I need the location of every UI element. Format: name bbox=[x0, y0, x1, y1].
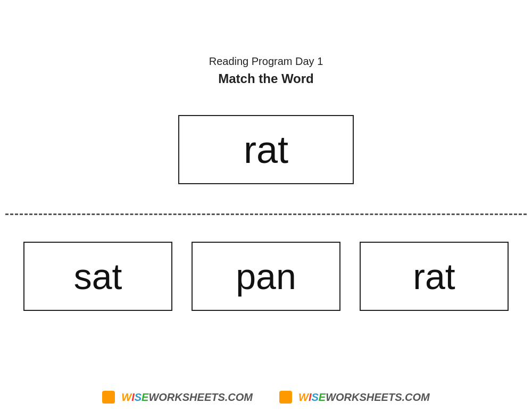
dashed-divider bbox=[5, 213, 527, 215]
choice-box-3[interactable]: rat bbox=[360, 242, 509, 311]
footer-domain-right: WISEWORKSHEETS.COM bbox=[298, 391, 430, 404]
main-word: rat bbox=[244, 128, 288, 171]
choice-box-1[interactable]: sat bbox=[23, 242, 172, 311]
title: Match the Word bbox=[209, 69, 323, 88]
page: Reading Program Day 1 Match the Word rat… bbox=[0, 0, 532, 411]
choice-word-2: pan bbox=[236, 256, 296, 297]
choice-word-3: rat bbox=[413, 256, 455, 297]
choices-row: sat pan rat bbox=[23, 242, 509, 311]
choice-box-2[interactable]: pan bbox=[192, 242, 340, 311]
footer: WISEWORKSHEETS.COM WISEWORKSHEETS.COM bbox=[0, 383, 532, 411]
footer-logo-left bbox=[102, 391, 116, 404]
subtitle: Reading Program Day 1 bbox=[209, 53, 323, 69]
main-word-box: rat bbox=[178, 115, 354, 184]
footer-domain-left: WISEWORKSHEETS.COM bbox=[121, 391, 253, 404]
footer-logo-right bbox=[279, 391, 293, 404]
choice-word-1: sat bbox=[74, 256, 122, 297]
header: Reading Program Day 1 Match the Word bbox=[209, 53, 323, 88]
